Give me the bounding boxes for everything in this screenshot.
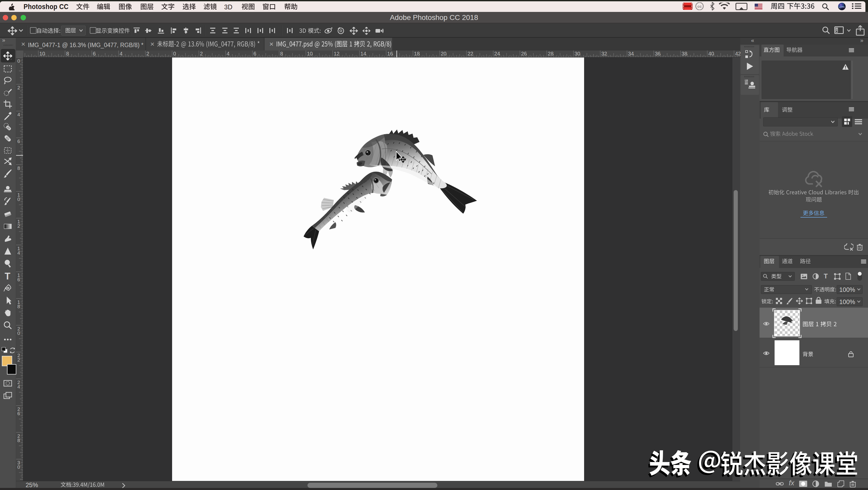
svg-text:cc: cc	[698, 4, 702, 8]
